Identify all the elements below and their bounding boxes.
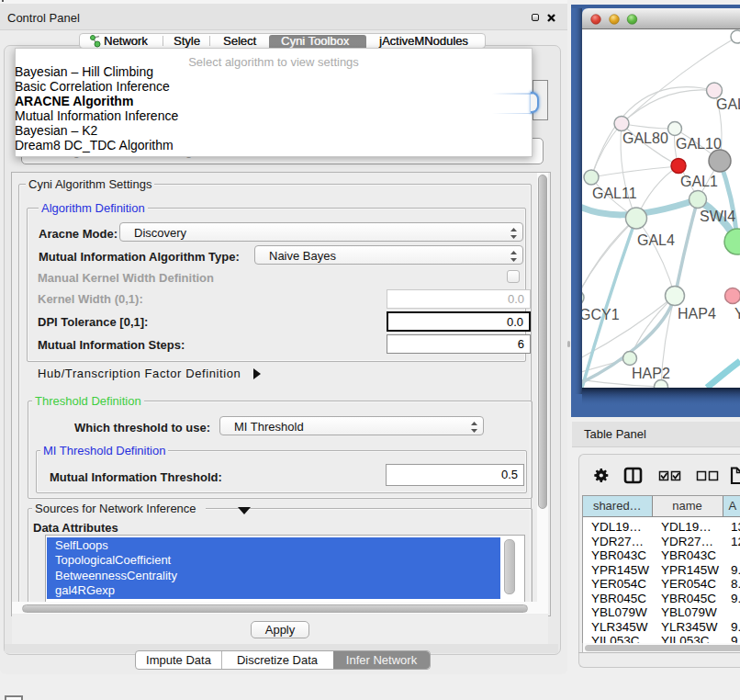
svg-text:GCY1: GCY1	[579, 307, 620, 322]
svg-text:GAL80: GAL80	[622, 130, 668, 146]
svg-text:GAL4: GAL4	[637, 232, 675, 248]
svg-text:GAL7: GAL7	[716, 96, 740, 112]
svg-text:Y: Y	[734, 306, 740, 322]
svg-text:HAP4: HAP4	[678, 306, 716, 322]
svg-text:HAP2: HAP2	[632, 366, 670, 381]
svg-text:GAL1: GAL1	[680, 174, 718, 189]
svg-text:GAL10: GAL10	[676, 136, 722, 152]
svg-text:SWI4: SWI4	[700, 209, 735, 224]
svg-text:GAL11: GAL11	[592, 186, 637, 201]
